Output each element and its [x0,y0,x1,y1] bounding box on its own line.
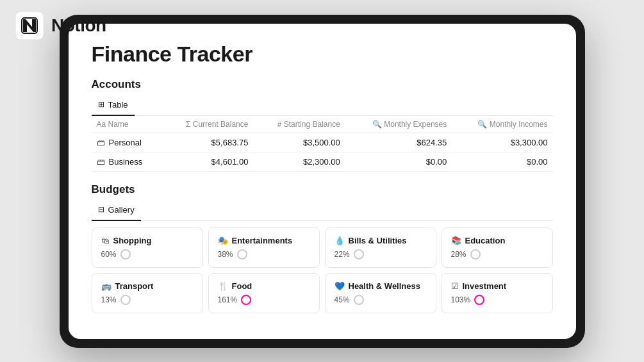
card-category-icon: 💧 [334,236,345,245]
tab-gallery[interactable]: ⊟ Gallery [92,201,141,221]
progress-circle-icon [241,295,251,305]
gallery-card[interactable]: 📚 Education 28% [442,227,553,268]
card-header: 💙 Health & Wellness [334,281,427,291]
tab-table-label: Table [108,100,128,110]
budgets-tab-bar: ⊟ Gallery [92,201,553,221]
gallery-icon: ⊟ [98,205,104,214]
card-category-icon: 🛍 [101,236,110,245]
cell-monthly-incomes: $0.00 [452,152,552,171]
card-label: Shopping [113,236,152,245]
gallery-card[interactable]: 🎭 Entertainments 38% [208,227,320,268]
card-progress: 45% [334,295,427,305]
card-progress: 38% [218,249,310,259]
card-percent: 161% [218,295,238,304]
row-name-label: Business [109,157,143,167]
gallery-card[interactable]: 💙 Health & Wellness 45% [325,273,436,313]
gallery-card[interactable]: 🍴 Food 161% [208,273,320,313]
table-row[interactable]: 🗃 Personal $5,683.75 $3,500.00 $624.35 $… [92,133,553,152]
accounts-section: Accounts ⊞ Table Aa Name Σ Current Balan… [92,78,553,172]
card-label: Investment [463,281,507,291]
card-category-icon: 💙 [334,281,345,291]
gallery-card[interactable]: 🛍 Shopping 60% [92,227,203,268]
cell-monthly-expenses: $624.35 [345,133,452,152]
card-label: Entertainments [232,236,293,245]
progress-circle-icon [120,295,131,305]
col-header-monthly-expenses: 🔍 Monthly Expenses [345,116,452,133]
card-header: 🍴 Food [218,281,310,291]
progress-circle-icon [237,249,247,259]
col-header-current-balance: Σ Current Balance [162,116,254,133]
card-progress: 22% [334,249,427,259]
card-percent: 38% [218,250,233,259]
tab-table[interactable]: ⊞ Table [92,96,135,116]
table-header-row: Aa Name Σ Current Balance # Starting Bal… [92,116,553,133]
table-row[interactable]: 🗃 Business $4,601.00 $2,300.00 $0.00 $0.… [92,152,553,171]
budgets-section: Budgets ⊟ Gallery 🛍 Shopping 60% 🎭 Enter… [92,183,553,313]
app-title: Notion [51,15,106,36]
row-name-label: Personal [109,138,142,147]
name-prefix-icon: Aa [97,120,108,129]
gallery-card[interactable]: 💧 Bills & Utilities 22% [325,227,436,268]
gallery-grid: 🛍 Shopping 60% 🎭 Entertainments 38% 💧 Bi… [92,227,553,313]
cell-current-balance: $4,601.00 [162,152,254,171]
card-percent: 45% [334,295,350,304]
progress-circle-icon [474,295,484,305]
card-progress: 103% [451,295,543,305]
card-category-icon: 🎭 [218,236,228,245]
card-header: 🚌 Transport [101,281,194,291]
card-percent: 103% [451,295,471,304]
card-progress: 161% [218,295,310,305]
accounts-tab-bar: ⊞ Table [92,96,553,116]
card-label: Bills & Utilities [349,236,407,245]
card-percent: 13% [101,295,117,304]
card-header: ☑ Investment [451,281,543,291]
card-label: Transport [115,281,154,291]
card-percent: 60% [101,250,117,259]
tab-gallery-label: Gallery [108,205,135,215]
budgets-section-title: Budgets [92,183,553,196]
card-header: 💧 Bills & Utilities [334,236,427,245]
table-icon: ⊞ [98,100,104,109]
device-frame: Finance Tracker Accounts ⊞ Table Aa Name [60,15,585,348]
card-label: Education [465,236,506,245]
notion-logo-icon [15,12,44,40]
cell-name: 🗃 Business [92,152,162,171]
card-category-icon: 🚌 [101,281,111,291]
cell-name: 🗃 Personal [92,133,162,152]
topbar: Notion [0,0,122,51]
card-percent: 28% [451,250,466,259]
card-label: Health & Wellness [349,281,420,291]
cell-starting-balance: $3,500.00 [253,133,345,152]
cell-monthly-expenses: $0.00 [345,152,452,171]
col-header-name: Aa Name [92,116,162,133]
row-icon: 🗃 [97,157,105,167]
progress-circle-icon [354,295,364,305]
card-progress: 13% [101,295,194,305]
col-header-monthly-incomes: 🔍 Monthly Incomes [452,116,552,133]
progress-circle-icon [470,249,481,259]
accounts-table: Aa Name Σ Current Balance # Starting Bal… [92,116,553,172]
gallery-card[interactable]: ☑ Investment 103% [442,273,553,313]
card-header: 📚 Education [451,236,543,245]
card-label: Food [232,281,252,291]
gallery-card[interactable]: 🚌 Transport 13% [92,273,203,313]
progress-circle-icon [354,249,364,259]
row-icon: 🗃 [97,138,105,147]
page-title: Finance Tracker [92,42,553,67]
device-screen: Finance Tracker Accounts ⊞ Table Aa Name [69,24,576,339]
card-header: 🛍 Shopping [101,236,194,245]
col-header-starting-balance: # Starting Balance [253,116,345,133]
cell-monthly-incomes: $3,300.00 [452,133,552,152]
cell-current-balance: $5,683.75 [162,133,254,152]
card-header: 🎭 Entertainments [218,236,310,245]
card-category-icon: 🍴 [218,281,228,291]
progress-circle-icon [120,249,131,259]
card-progress: 28% [451,249,543,259]
accounts-section-title: Accounts [92,78,553,91]
cell-starting-balance: $2,300.00 [253,152,345,171]
card-category-icon: ☑ [451,281,459,291]
card-category-icon: 📚 [451,236,461,245]
card-progress: 60% [101,249,194,259]
card-percent: 22% [334,250,350,259]
